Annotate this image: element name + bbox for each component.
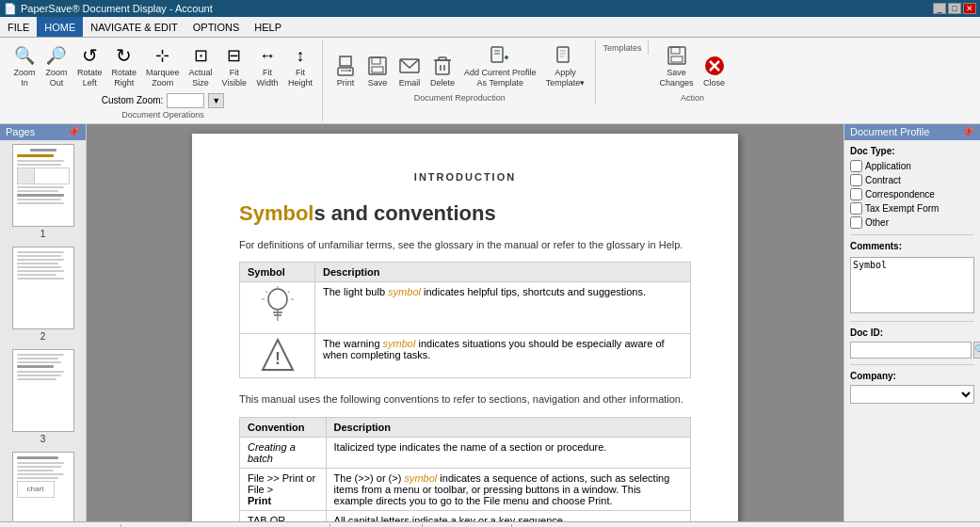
menu-options[interactable]: OPTIONS (185, 17, 248, 37)
zoom-out-button[interactable]: 🔍 ZoomOut (41, 41, 72, 91)
doc-title-rest: s and conventions (313, 201, 495, 225)
actual-size-button[interactable]: ⊡ ActualSize (185, 41, 217, 91)
menu-file[interactable]: FILE (0, 17, 37, 37)
toolbar-group-document-operations: 🔍 ZoomIn 🔍 ZoomOut ↺ RotateLeft ↻ Rotate… (4, 40, 323, 121)
toolbar-buttons-action: SaveChanges Close (656, 41, 730, 91)
other-checkbox[interactable] (850, 216, 862, 229)
fit-height-button[interactable]: ↕ FitHeight (284, 41, 316, 91)
svg-rect-22 (671, 56, 683, 62)
conv-tab-cell: TAB OR ENTER (240, 510, 327, 521)
pages-panel-header: Pages 📌 (0, 124, 86, 140)
zoom-out-icon: 🔍 (45, 44, 68, 67)
doc-intro-para: For definitions of unfamiliar terms, see… (239, 237, 691, 253)
custom-zoom-input[interactable] (167, 93, 204, 108)
correspondence-checkbox[interactable] (850, 188, 862, 200)
toolbar-buttons-zoom: 🔍 ZoomIn 🔍 ZoomOut ↺ RotateLeft ↻ Rotate… (9, 41, 316, 91)
conv-file-cell: File >> Print or File >Print (240, 468, 327, 510)
menu-home[interactable]: HOME (37, 17, 83, 37)
fit-height-label: FitHeight (288, 68, 313, 88)
conv-batch-desc: Italicized type indicates the name of a … (326, 437, 690, 468)
fit-width-label: FitWidth (256, 68, 278, 88)
templates-label: Templates (603, 43, 642, 53)
rotate-left-label: RotateLeft (77, 68, 103, 88)
doc-id-label: Doc ID: (850, 327, 974, 338)
svg-rect-5 (372, 57, 380, 64)
conv-tab-desc: All capital letters indicate a key or a … (326, 510, 690, 521)
list-item[interactable]: 2 (12, 247, 74, 342)
list-item[interactable]: 1 (12, 144, 74, 239)
profile-pin-icon[interactable]: 📌 (961, 126, 974, 138)
doc-id-row: 🔍 (850, 342, 974, 359)
fit-height-icon: ↕ (289, 44, 312, 67)
table-row: Creating a batch Italicized type indicat… (240, 437, 691, 468)
rotate-left-button[interactable]: ↺ RotateLeft (73, 41, 106, 91)
title-bar: 📄 PaperSave® Document Display - Account … (0, 0, 980, 17)
contract-label: Contract (865, 175, 901, 185)
svg-point-3 (349, 70, 351, 72)
marquee-zoom-button[interactable]: ⊹ MarqueeZoom (142, 41, 184, 91)
lightbulb-description: The light bulb symbol indicates helpful … (315, 282, 691, 334)
add-profile-label: Add Current ProfileAs Template (464, 68, 537, 88)
document-area[interactable]: INTRODUCTION Symbols and conventions For… (87, 124, 843, 521)
close-doc-icon (703, 55, 726, 77)
contract-checkbox[interactable] (850, 174, 862, 186)
custom-zoom-go-button[interactable]: ▼ (208, 93, 224, 108)
profile-separator-1 (850, 234, 974, 235)
custom-zoom-label: Custom Zoom: (102, 95, 164, 105)
comments-input[interactable]: Symbol (850, 257, 974, 313)
fit-width-button[interactable]: ↔ FitWidth (252, 41, 282, 91)
company-select[interactable] (850, 385, 974, 404)
symbols-table: Symbol Description (239, 262, 691, 378)
pages-list: 1 2 (0, 140, 86, 521)
add-profile-icon (489, 44, 511, 67)
conventions-para: This manual uses the following conventio… (239, 391, 691, 407)
fit-visible-button[interactable]: ⊟ FitVisible (218, 41, 250, 91)
close-doc-button[interactable]: Close (699, 52, 730, 91)
save-changes-button[interactable]: SaveChanges (656, 41, 698, 91)
lightbulb-symbol-cell (240, 282, 315, 334)
svg-text:!: ! (275, 349, 281, 368)
rotate-right-button[interactable]: ↻ RotateRight (108, 41, 141, 91)
tax-exempt-label: Tax Exempt Form (865, 203, 939, 214)
menu-bar: FILE HOME NAVIGATE & EDIT OPTIONS HELP (0, 17, 980, 38)
menu-help[interactable]: HELP (247, 17, 289, 37)
doc-title: Symbols and conventions (239, 201, 691, 226)
application-checkbox[interactable] (850, 160, 862, 172)
page-number: 3 (12, 434, 74, 444)
menu-navigate-edit[interactable]: NAVIGATE & EDIT (83, 17, 185, 37)
maximize-button[interactable]: □ (948, 3, 961, 14)
list-item[interactable]: chart 4 (12, 452, 74, 521)
table-row: The light bulb symbol indicates helpful … (240, 282, 691, 334)
pages-panel-title: Pages (6, 126, 35, 137)
apply-template-button[interactable]: ApplyTemplate▾ (542, 41, 589, 91)
zoom-in-button[interactable]: 🔍 ZoomIn (9, 41, 40, 91)
doc-operations-label: Document Operations (121, 110, 204, 120)
minimize-button[interactable]: _ (933, 3, 946, 14)
tax-exempt-checkbox[interactable] (850, 202, 862, 215)
print-button[interactable]: Print (330, 52, 361, 91)
delete-icon (431, 55, 454, 77)
svg-rect-8 (436, 60, 449, 74)
conv-batch-cell: Creating a batch (240, 437, 327, 468)
window-controls: _ □ ✕ (933, 3, 976, 14)
zoom-in-label: ZoomIn (13, 68, 35, 88)
save-changes-label: SaveChanges (660, 68, 694, 88)
close-window-button[interactable]: ✕ (963, 3, 976, 14)
checkbox-application: Application (850, 160, 974, 172)
doc-intro: INTRODUCTION (239, 171, 691, 183)
table-row: File >> Print or File >Print The (>>) or… (240, 468, 691, 510)
email-button[interactable]: Email (394, 52, 425, 91)
doc-id-input[interactable] (850, 342, 972, 359)
doc-id-search-button[interactable]: 🔍 (973, 342, 980, 359)
svg-rect-11 (491, 47, 503, 62)
pages-pin-icon[interactable]: 📌 (67, 126, 80, 138)
marquee-zoom-icon: ⊹ (152, 44, 174, 67)
toolbar-group-templates: Templates (598, 40, 649, 55)
rotate-right-icon: ↻ (113, 44, 136, 67)
warning-description: The warning symbol indicates situations … (315, 334, 691, 378)
list-item[interactable]: 3 (12, 349, 74, 444)
delete-button[interactable]: Delete (426, 52, 458, 91)
add-profile-button[interactable]: Add Current ProfileAs Template (460, 41, 540, 91)
save-button[interactable]: Save (362, 52, 393, 91)
checkbox-tax-exempt: Tax Exempt Form (850, 202, 974, 215)
